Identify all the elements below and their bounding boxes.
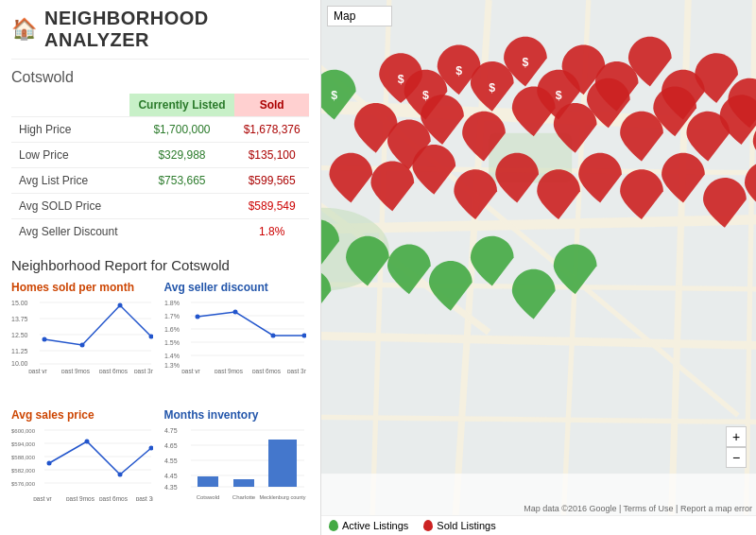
svg-point-47 [47, 460, 52, 465]
row-sold: $135,100 [234, 143, 309, 168]
sold-legend-dot [423, 520, 433, 531]
homes-sold-title: Homes sold per month [11, 281, 157, 294]
svg-text:4.65: 4.65 [164, 442, 178, 449]
table-row: Avg Seller Discount 1.8% [11, 219, 309, 245]
map-svg: $ $ $ $ $ $ $ $ $ $ Google [321, 0, 756, 515]
svg-text:4.35: 4.35 [164, 484, 178, 491]
row-listed [129, 219, 235, 245]
svg-text:past yr: past yr [181, 368, 200, 373]
svg-text:past 3mos: past 3mos [287, 368, 306, 373]
row-label: Low Price [11, 143, 129, 168]
svg-text:$594,000: $594,000 [11, 441, 36, 447]
svg-text:11.25: 11.25 [11, 348, 28, 354]
svg-text:1.5%: 1.5% [164, 339, 180, 346]
row-label: High Price [11, 117, 129, 143]
svg-text:1.4%: 1.4% [164, 353, 180, 359]
active-legend-dot [329, 520, 338, 531]
svg-text:past 9mos: past 9mos [66, 495, 95, 501]
col-sold: Sold [234, 94, 309, 117]
zoom-out-button[interactable]: − [726, 447, 747, 468]
svg-text:$: $ [398, 73, 404, 86]
svg-point-29 [195, 315, 199, 319]
svg-text:$: $ [455, 64, 462, 78]
row-label: Avg List Price [11, 168, 129, 194]
months-inventory-chart: Months inventory 4.75 4.65 4.55 4.45 4.3… [164, 408, 310, 528]
neighborhood-name: Cotswold [11, 69, 309, 86]
seller-discount-chart: Avg seller discount 1.8% 1.7% 1.6% 1.5% … [164, 281, 310, 401]
avg-sales-title: Avg sales price [11, 408, 157, 422]
svg-text:$: $ [523, 56, 529, 69]
svg-text:$576,000: $576,000 [11, 481, 36, 487]
svg-text:4.55: 4.55 [164, 457, 178, 464]
svg-text:past 9mos: past 9mos [61, 368, 91, 373]
map-attribution: Map data ©2016 Google | Terms of Use | R… [524, 504, 752, 513]
svg-point-12 [118, 303, 123, 308]
svg-text:12.50: 12.50 [11, 332, 28, 338]
svg-text:$600,000: $600,000 [11, 428, 36, 434]
svg-text:past 3mo: past 3mo [136, 495, 153, 501]
zoom-in-button[interactable]: + [726, 426, 747, 447]
svg-text:13.75: 13.75 [11, 316, 28, 322]
svg-point-32 [301, 334, 306, 338]
svg-text:4.75: 4.75 [164, 427, 178, 434]
row-listed: $1,700,000 [129, 117, 235, 143]
svg-text:past 6mos: past 6mos [99, 495, 129, 501]
svg-text:1.8%: 1.8% [164, 300, 180, 306]
svg-text:$588,000: $588,000 [11, 455, 36, 460]
active-legend-label: Active Listings [342, 520, 408, 531]
row-listed: $753,665 [129, 168, 235, 194]
svg-text:Charlotte: Charlotte [232, 494, 255, 500]
table-row: Avg SOLD Price $589,549 [11, 194, 309, 219]
row-sold: 1.8% [234, 219, 309, 245]
row-label: Avg SOLD Price [11, 194, 129, 219]
table-row: Avg List Price $753,665 $599,565 [11, 168, 309, 194]
svg-text:past 3mos: past 3mos [134, 368, 153, 373]
map-legend: Active Listings Sold Listings [321, 515, 756, 535]
map-controls[interactable]: Map Satellite [327, 6, 392, 26]
svg-point-49 [118, 472, 123, 476]
row-listed: $329,988 [129, 143, 235, 168]
months-inventory-title: Months inventory [164, 408, 310, 422]
homes-sold-area: 15.00 13.75 12.50 11.25 10.00 [11, 298, 157, 373]
svg-text:$: $ [331, 89, 337, 102]
svg-text:$: $ [422, 89, 429, 102]
svg-text:$582,000: $582,000 [11, 468, 36, 474]
col-empty [11, 94, 129, 117]
avg-sales-svg: $600,000 $594,000 $588,000 $582,000 $576… [11, 425, 153, 501]
svg-text:past yr: past yr [33, 495, 52, 501]
svg-text:Mecklenburg county: Mecklenburg county [259, 494, 305, 500]
col-listed: Currently Listed [129, 94, 235, 117]
map-type-select[interactable]: Map Satellite [327, 6, 392, 26]
seller-discount-svg: 1.8% 1.7% 1.6% 1.5% 1.4% 1.3% [164, 298, 306, 373]
months-inventory-area: 4.75 4.65 4.55 4.45 4.35 [164, 425, 310, 501]
svg-point-30 [232, 310, 237, 315]
svg-text:1.3%: 1.3% [164, 362, 180, 369]
sold-legend: Sold Listings [423, 520, 495, 531]
map-zoom-controls[interactable]: + − [726, 426, 747, 468]
svg-point-31 [270, 334, 275, 338]
svg-text:15.00: 15.00 [11, 300, 28, 306]
avg-sales-chart: Avg sales price $600,000 $594,000 $588,0… [11, 408, 157, 528]
table-row: High Price $1,700,000 $1,678,376 [11, 117, 309, 143]
svg-text:1.7%: 1.7% [164, 313, 180, 319]
svg-text:$: $ [489, 81, 495, 95]
stats-table: Currently Listed Sold High Price $1,700,… [11, 94, 309, 244]
row-sold: $599,565 [234, 168, 309, 194]
svg-rect-65 [198, 476, 218, 487]
app-header: 🏠 NEIGHBORHOOD ANALYZER [11, 8, 309, 60]
svg-point-11 [80, 343, 85, 348]
charts-grid: Homes sold per month 15.00 13.75 12.50 1… [11, 281, 309, 527]
svg-rect-67 [268, 440, 297, 487]
svg-text:$: $ [556, 89, 562, 102]
svg-point-48 [85, 439, 90, 443]
row-listed [129, 194, 235, 219]
avg-sales-area: $600,000 $594,000 $588,000 $582,000 $576… [11, 425, 157, 501]
svg-text:4.45: 4.45 [164, 473, 178, 479]
home-icon: 🏠 [11, 17, 37, 42]
report-title: Neighborhood Report for Cotswold [11, 257, 309, 273]
svg-text:1.6%: 1.6% [164, 326, 180, 333]
svg-text:10.00: 10.00 [11, 360, 28, 367]
seller-discount-title: Avg seller discount [164, 281, 310, 294]
svg-text:past 6mos: past 6mos [99, 368, 129, 373]
app-title: NEIGHBORHOOD ANALYZER [44, 8, 309, 51]
